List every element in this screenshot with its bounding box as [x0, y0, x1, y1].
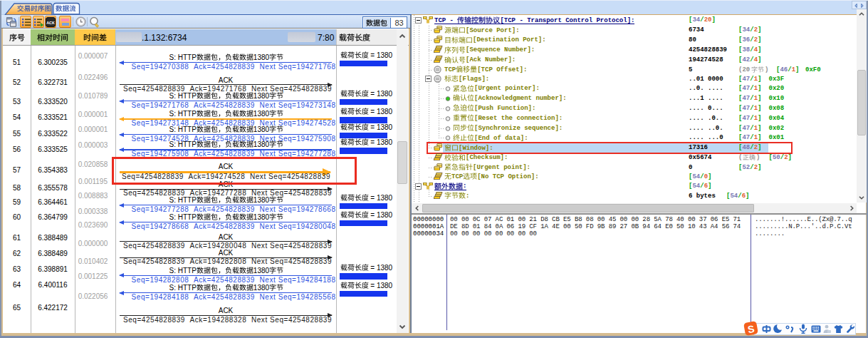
svg-text:ACK: ACK [46, 21, 55, 25]
